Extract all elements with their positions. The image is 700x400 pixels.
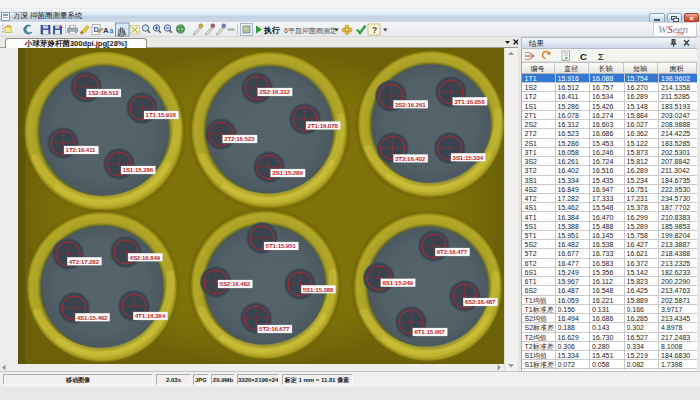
svg-text:Σ: Σ — [598, 51, 604, 62]
svg-text:1S2:16.512: 1S2:16.512 — [88, 89, 119, 96]
svg-text:1T1:15.916: 1T1:15.916 — [146, 111, 177, 118]
svg-text:6S1:15.249: 6S1:15.249 — [382, 279, 413, 286]
svg-text:2S2:16.312: 2S2:16.312 — [259, 88, 290, 95]
svg-text:4S2:16.849: 4S2:16.849 — [130, 254, 161, 261]
svg-text:?: ? — [372, 25, 377, 35]
svg-text:3T2:16.402: 3T2:16.402 — [395, 155, 426, 162]
svg-text:D: D — [94, 25, 100, 34]
svg-text:a: a — [110, 27, 114, 34]
svg-text:2S1:15.286: 2S1:15.286 — [272, 169, 303, 176]
svg-text:5S1:15.388: 5S1:15.388 — [303, 286, 334, 293]
svg-text:2T2:16.523: 2T2:16.523 — [224, 135, 255, 142]
svg-text:执行: 执行 — [263, 26, 280, 35]
svg-text:6T2:16.477: 6T2:16.477 — [437, 248, 468, 255]
svg-text:5T1:15.951: 5T1:15.951 — [266, 242, 297, 249]
svg-text:3S1:15.334: 3S1:15.334 — [453, 154, 484, 161]
svg-text:4T2:17.282: 4T2:17.282 — [69, 258, 100, 265]
svg-text:5S2:16.482: 5S2:16.482 — [220, 280, 251, 287]
svg-text:1T2:16.411: 1T2:16.411 — [66, 146, 97, 153]
svg-text:6平皿抑菌圈测定: 6平皿抑菌圈测定 — [284, 27, 337, 35]
svg-text:6T1:15.967: 6T1:15.967 — [414, 328, 445, 335]
svg-text:5T2:16.677: 5T2:16.677 — [259, 325, 290, 332]
svg-text:1S1:15.286: 1S1:15.286 — [123, 166, 154, 173]
svg-text:A: A — [103, 26, 109, 35]
svg-text:3S2:16.261: 3S2:16.261 — [395, 101, 426, 108]
svg-text:2T1:16.078: 2T1:16.078 — [308, 122, 339, 129]
svg-text:4S1:15.462: 4S1:15.462 — [77, 314, 108, 321]
svg-text:6S2:16.487: 6S2:16.487 — [465, 298, 496, 305]
svg-text:3T1:16.058: 3T1:16.058 — [454, 98, 485, 105]
svg-text:C: C — [580, 51, 587, 62]
svg-text:4T1:16.384: 4T1:16.384 — [135, 312, 166, 319]
